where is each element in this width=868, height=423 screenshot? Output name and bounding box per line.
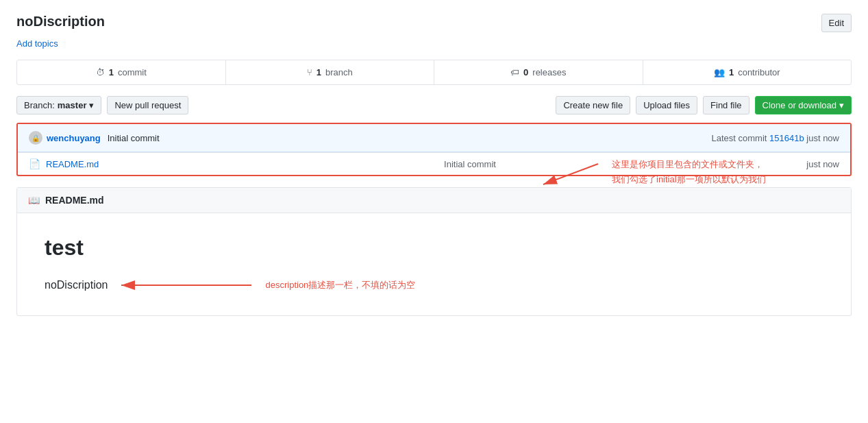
readme-title: test xyxy=(45,235,823,261)
readme-body: test noDiscription description描述那一栏，不填的话… xyxy=(17,213,851,315)
commit-hash[interactable]: 151641b xyxy=(769,133,804,143)
toolbar-right: Create new file Upload files Find file C… xyxy=(556,96,852,114)
commit-time: just now xyxy=(806,133,839,143)
clone-chevron-icon: ▾ xyxy=(839,100,844,110)
readme-arrow-svg xyxy=(114,271,265,299)
create-new-file-button[interactable]: Create new file xyxy=(556,96,630,114)
commit-hash-info: Latest commit 151641b just now xyxy=(712,133,840,143)
releases-count: 0 xyxy=(523,67,528,77)
branch-chevron-icon: ▾ xyxy=(89,100,94,110)
clone-or-download-button[interactable]: Clone or download ▾ xyxy=(755,96,852,114)
branch-name: master xyxy=(58,100,87,110)
find-file-button[interactable]: Find file xyxy=(703,96,749,114)
branches-label: branch xyxy=(325,67,353,77)
repo-title: noDiscription xyxy=(16,14,105,29)
toolbar: Branch: master ▾ New pull request Create… xyxy=(16,96,852,114)
stats-bar: ⏱ 1 commit ⑂ 1 branch 🏷 0 releases 👥 1 c… xyxy=(16,60,852,85)
hash-prefix: Latest commit xyxy=(712,133,767,143)
contributors-count: 1 xyxy=(729,67,734,77)
commits-label: commit xyxy=(118,67,147,77)
add-topics-link[interactable]: Add topics xyxy=(16,38,58,49)
new-pull-request-button[interactable]: New pull request xyxy=(107,96,188,114)
readme-annotation-text: description描述那一栏，不填的话为空 xyxy=(265,279,415,291)
contributors-label: contributor xyxy=(738,67,780,77)
contributors-stat[interactable]: 👥 1 contributor xyxy=(643,60,852,84)
releases-label: releases xyxy=(532,67,566,77)
file-name-link[interactable]: README.md xyxy=(46,159,183,169)
file-commit-message: Initial commit xyxy=(183,159,757,169)
file-time: just now xyxy=(757,159,839,169)
branch-selector[interactable]: Branch: master ▾ xyxy=(16,96,101,114)
commit-author-info: 🔒 wenchuyang Initial commit xyxy=(29,131,160,145)
file-icon: 📄 xyxy=(29,158,40,169)
avatar: 🔒 xyxy=(29,131,42,145)
clone-label: Clone or download xyxy=(762,100,836,110)
commit-header: 🔒 wenchuyang Initial commit Latest commi… xyxy=(18,124,850,152)
commits-stat[interactable]: ⏱ 1 commit xyxy=(17,60,226,84)
readme-section: 📖 README.md test noDiscription xyxy=(16,187,852,316)
branch-prefix: Branch: xyxy=(24,100,55,110)
commit-message: Initial commit xyxy=(108,133,160,143)
branches-count: 1 xyxy=(317,67,321,77)
commits-count: 1 xyxy=(109,67,114,77)
readme-description: noDiscription xyxy=(45,279,108,291)
file-table: 🔒 wenchuyang Initial commit Latest commi… xyxy=(16,123,852,176)
people-icon: 👥 xyxy=(714,67,725,77)
readme-header-icon: 📖 xyxy=(28,195,40,206)
commit-icon: ⏱ xyxy=(96,67,105,77)
branch-icon: ⑂ xyxy=(307,67,312,77)
branches-stat[interactable]: ⑂ 1 branch xyxy=(226,60,435,84)
releases-stat[interactable]: 🏷 0 releases xyxy=(434,60,643,84)
tag-icon: 🏷 xyxy=(510,67,519,77)
edit-button[interactable]: Edit xyxy=(821,14,852,32)
readme-header-title: README.md xyxy=(45,195,104,206)
readme-header: 📖 README.md xyxy=(17,188,851,213)
author-name[interactable]: wenchuyang xyxy=(47,133,101,143)
table-row: 📄 README.md Initial commit just now xyxy=(18,152,850,175)
upload-files-button[interactable]: Upload files xyxy=(636,96,697,114)
